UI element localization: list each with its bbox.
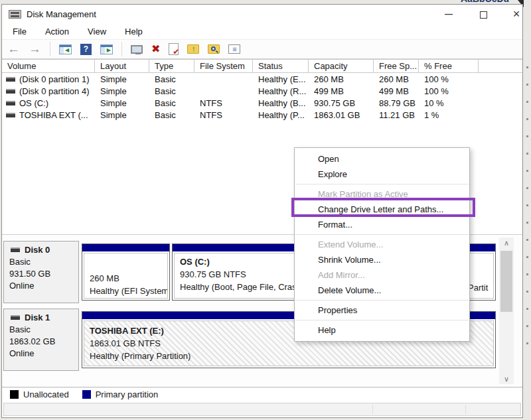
menu-view[interactable]: View — [88, 27, 106, 36]
volume-icon — [6, 101, 15, 105]
delete-icon[interactable]: ✖ — [151, 43, 160, 55]
disk-state: Online — [9, 348, 78, 360]
cell-type: Basic — [149, 86, 194, 96]
cell-type: Basic — [149, 98, 194, 108]
cell-capacity: 499 MB — [309, 86, 374, 96]
col-status[interactable]: Status — [253, 60, 309, 72]
menu-item-open[interactable]: Open — [295, 151, 469, 167]
properties-check-icon[interactable]: ✔ — [169, 43, 179, 55]
volume-icon — [6, 113, 15, 117]
maximize-icon — [480, 11, 487, 19]
col-layout[interactable]: Layout — [95, 60, 149, 72]
cell-fs: NTFS — [194, 110, 253, 120]
col-volume[interactable]: Volume — [2, 60, 95, 72]
legend-label-unallocated: Unallocated — [23, 389, 69, 399]
col-pct-free[interactable]: % Free — [419, 60, 479, 72]
cell-layout: Simple — [95, 74, 149, 84]
menu-file[interactable]: File — [13, 27, 27, 36]
disk-state: Online — [9, 280, 78, 292]
partition-status: Healthy (EFI System P — [90, 285, 166, 297]
menu-separator — [295, 234, 469, 235]
col-capacity[interactable]: Capacity — [309, 60, 374, 72]
col-empty — [479, 60, 522, 72]
vertical-scrollbar[interactable]: ∧ ∨ — [499, 238, 514, 384]
partition-size: 260 MB — [90, 272, 166, 285]
legend-swatch-unallocated — [10, 390, 19, 399]
partition-status-fragment: Partit — [468, 281, 492, 294]
cell-status: Healthy (B... — [253, 98, 309, 108]
forward-icon[interactable]: → — [29, 42, 41, 56]
close-button[interactable]: × — [501, 5, 531, 23]
show-console-tree-icon[interactable]: ◀ — [59, 44, 72, 54]
col-type[interactable]: Type — [149, 60, 194, 72]
menu-item-delete-volume[interactable]: Delete Volume... — [295, 283, 469, 298]
toolbar: ← → ◀ ? ▶ ✖ ✔ ↑ ≡ — [2, 39, 522, 59]
disk-kind: Basic — [9, 324, 78, 336]
table-row[interactable]: (Disk 0 partition 1) Simple Basic Health… — [2, 73, 522, 85]
help-icon[interactable]: ? — [80, 44, 92, 55]
cell-status: Healthy (P... — [253, 110, 309, 120]
volume-icon — [6, 77, 15, 82]
details-view-icon[interactable]: ≡ — [228, 44, 240, 54]
explore-folder-icon[interactable] — [208, 44, 220, 54]
legend: Unallocated Primary partition — [2, 387, 522, 401]
show-action-pane-icon[interactable]: ▶ — [100, 44, 113, 54]
open-folder-icon[interactable]: ↑ — [187, 44, 199, 54]
menu-item-explore[interactable]: Explore — [295, 167, 469, 182]
disk-icon — [11, 315, 20, 320]
computer-icon[interactable] — [131, 45, 143, 54]
disk-size: 931.50 GB — [9, 268, 78, 280]
background-strip-right — [526, 66, 528, 345]
back-icon[interactable]: ← — [7, 42, 20, 56]
menu-separator — [295, 184, 469, 184]
cell-capacity: 1863.01 GB — [309, 110, 374, 120]
menu-item-add-mirror: Add Mirror... — [295, 267, 469, 283]
minimize-button[interactable]: — — [433, 5, 464, 23]
volume-icon — [6, 89, 15, 94]
table-row[interactable]: (Disk 0 partition 4) Simple Basic Health… — [2, 85, 522, 97]
cell-pct: 10 % — [419, 98, 479, 108]
disk-0-info-panel[interactable]: Disk 0 Basic 931.50 GB Online — [3, 241, 79, 303]
menu-separator — [295, 300, 469, 301]
cell-status: Healthy (R... — [253, 86, 309, 96]
menu-item-extend-volume: Extend Volume... — [295, 237, 469, 252]
statusbar-separator — [465, 405, 466, 414]
table-header: Volume Layout Type File System Status Ca… — [2, 59, 522, 73]
partition-status: Healthy (Primary Partition) — [90, 350, 492, 362]
legend-label-primary: Primary partition — [96, 389, 159, 399]
cell-capacity: 930.75 GB — [309, 98, 374, 108]
menu-item-shrink-volume[interactable]: Shrink Volume... — [295, 252, 469, 267]
col-file-system[interactable]: File System — [194, 60, 253, 72]
menu-item-format[interactable]: Format... — [295, 217, 469, 232]
volume-name: (Disk 0 partition 4) — [19, 86, 89, 96]
title-bar: Disk Management — × — [2, 5, 522, 23]
col-free-space[interactable]: Free Sp... — [374, 60, 419, 72]
scrollbar-thumb[interactable] — [500, 251, 512, 312]
cell-layout: Simple — [95, 86, 149, 96]
statusbar-separator — [372, 405, 373, 414]
cell-pct: 1 % — [419, 110, 479, 120]
table-row[interactable]: OS (C:) Simple Basic NTFS Healthy (B... … — [2, 97, 522, 109]
menu-item-help[interactable]: Help — [295, 322, 469, 338]
context-menu: Open Explore Mark Partition as Active Ch… — [294, 147, 470, 342]
cell-free: 499 MB — [374, 86, 419, 96]
partition-efi[interactable]: 260 MB Healthy (EFI System P — [82, 244, 170, 301]
menu-separator — [295, 320, 469, 320]
scroll-up-icon[interactable]: ∧ — [499, 238, 514, 248]
scroll-down-icon[interactable]: ∨ — [499, 374, 514, 384]
disk-kind: Basic — [9, 256, 78, 268]
disk-size: 1863.02 GB — [9, 336, 78, 348]
table-row-toshiba[interactable]: TOSHIBA EXT (... Simple Basic NTFS Healt… — [2, 109, 522, 121]
menu-help[interactable]: Help — [125, 27, 143, 36]
magnifier-icon — [211, 46, 216, 51]
cell-pct: 100 % — [419, 86, 479, 96]
maximize-button[interactable] — [468, 5, 498, 23]
window-title: Disk Management — [27, 9, 96, 19]
menu-action[interactable]: Action — [45, 27, 69, 36]
disk-name: Disk 0 — [25, 245, 50, 255]
menu-item-properties[interactable]: Properties — [295, 303, 469, 318]
cell-free: 260 MB — [374, 74, 419, 84]
disk-1-info-panel[interactable]: Disk 1 Basic 1863.02 GB Online — [3, 309, 79, 371]
toolbar-separator — [121, 42, 122, 56]
cell-layout: Simple — [95, 110, 149, 120]
